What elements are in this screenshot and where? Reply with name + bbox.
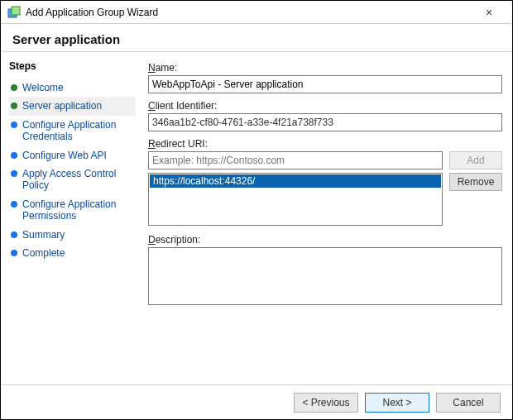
next-button[interactable]: Next >: [365, 393, 429, 413]
window-title: Add Application Group Wizard: [26, 7, 472, 18]
step-complete[interactable]: Complete: [9, 244, 136, 262]
step-server-application[interactable]: Server application: [9, 97, 136, 115]
step-welcome[interactable]: Welcome: [9, 79, 136, 97]
titlebar: Add Application Group Wizard ×: [1, 1, 512, 24]
redirect-uri-input[interactable]: [148, 151, 443, 169]
previous-button[interactable]: < Previous: [294, 393, 358, 413]
steps-heading: Steps: [9, 60, 136, 72]
name-label: Name:: [148, 62, 502, 74]
step-label: Complete: [22, 247, 65, 259]
step-bullet-icon: [11, 103, 17, 109]
redirect-uri-list[interactable]: https://localhost:44326/: [148, 173, 443, 226]
step-access-control-policy[interactable]: Apply Access Control Policy: [9, 165, 136, 195]
description-label: Description:: [148, 234, 502, 246]
name-input[interactable]: [148, 75, 502, 93]
step-summary[interactable]: Summary: [9, 226, 136, 244]
step-bullet-icon: [11, 152, 17, 159]
step-bullet-icon: [11, 122, 17, 128]
form-area: Name: Client Identifier: Redirect URI: A…: [141, 52, 512, 384]
step-bullet-icon: [11, 250, 17, 256]
step-configure-permissions[interactable]: Configure Application Permissions: [9, 195, 136, 226]
step-label: Configure Application Credentials: [22, 119, 134, 143]
step-bullet-icon: [11, 84, 17, 91]
step-bullet-icon: [11, 231, 17, 238]
svg-rect-1: [12, 7, 20, 15]
step-bullet-icon: [11, 201, 17, 208]
step-label: Apply Access Control Policy: [22, 168, 134, 192]
wizard-footer: < Previous Next > Cancel: [1, 384, 512, 419]
step-label: Configure Web API: [22, 150, 107, 161]
step-label: Configure Application Permissions: [22, 198, 134, 222]
step-configure-web-api[interactable]: Configure Web API: [9, 146, 136, 165]
client-identifier-input[interactable]: [148, 113, 502, 131]
step-configure-credentials[interactable]: Configure Application Credentials: [9, 116, 136, 146]
client-identifier-label: Client Identifier:: [148, 100, 502, 112]
cancel-button[interactable]: Cancel: [436, 393, 501, 413]
step-bullet-icon: [11, 170, 17, 177]
description-input[interactable]: [148, 247, 502, 305]
redirect-uri-label: Redirect URI:: [148, 138, 502, 150]
app-icon: [7, 6, 21, 19]
remove-button[interactable]: Remove: [449, 173, 502, 191]
step-label: Welcome: [22, 82, 64, 93]
list-item[interactable]: https://localhost:44326/: [150, 174, 441, 188]
steps-sidebar: Steps Welcome Server application Configu…: [1, 52, 141, 384]
page-title: Server application: [1, 24, 512, 51]
step-label: Server application: [22, 100, 102, 112]
add-button[interactable]: Add: [449, 151, 502, 169]
close-icon[interactable]: ×: [472, 6, 506, 19]
step-label: Summary: [22, 229, 65, 241]
